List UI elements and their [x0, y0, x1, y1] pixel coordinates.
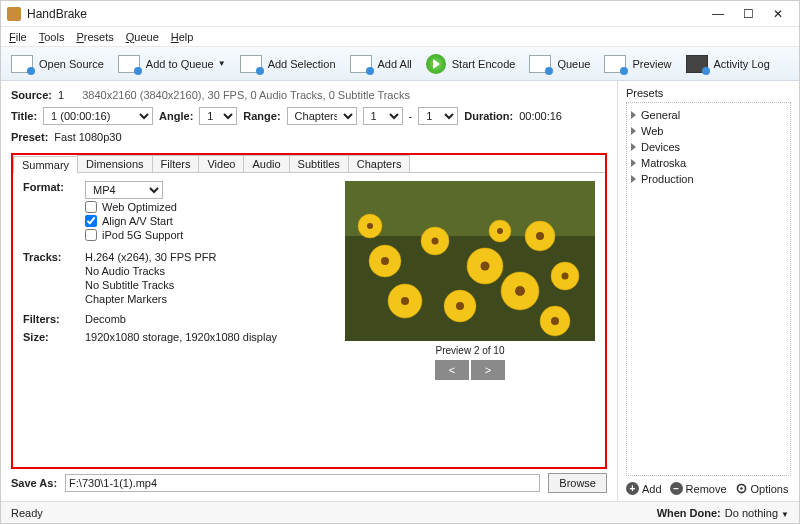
align-av-checkbox[interactable]: Align A/V Start: [85, 215, 327, 227]
range-select[interactable]: Chapters: [287, 107, 357, 125]
when-done-select[interactable]: Do nothing ▼: [725, 507, 789, 519]
add-all-button[interactable]: Add All: [346, 55, 416, 73]
title-label: Title:: [11, 110, 37, 122]
range-from-select[interactable]: 1: [363, 107, 403, 125]
queue-add-icon: [118, 55, 140, 73]
svg-point-13: [381, 257, 389, 265]
svg-point-22: [551, 317, 559, 325]
minus-icon: −: [670, 482, 683, 495]
preset-category-web[interactable]: Web: [631, 123, 786, 139]
menu-bar: File Tools Presets Queue Help: [1, 27, 799, 47]
preset-category-matroska[interactable]: Matroska: [631, 155, 786, 171]
tab-chapters[interactable]: Chapters: [348, 155, 411, 172]
preset-remove-button[interactable]: −Remove: [670, 482, 727, 495]
close-button[interactable]: ✕: [763, 7, 793, 21]
tab-video[interactable]: Video: [198, 155, 244, 172]
title-select[interactable]: 1 (00:00:16): [43, 107, 153, 125]
svg-point-15: [481, 262, 490, 271]
browse-button[interactable]: Browse: [548, 473, 607, 493]
add-all-icon: [350, 55, 372, 73]
preset-category-production[interactable]: Production: [631, 171, 786, 187]
duration-value: 00:00:16: [519, 110, 562, 122]
tab-subtitles[interactable]: Subtitles: [289, 155, 349, 172]
activity-log-button[interactable]: Activity Log: [682, 55, 774, 73]
format-label: Format:: [23, 181, 85, 241]
plus-icon: +: [626, 482, 639, 495]
preset-category-devices[interactable]: Devices: [631, 139, 786, 155]
track-line: Chapter Markers: [85, 293, 327, 305]
svg-point-18: [456, 302, 464, 310]
add-selection-button[interactable]: Add Selection: [236, 55, 340, 73]
menu-queue[interactable]: Queue: [126, 31, 159, 43]
tab-audio[interactable]: Audio: [243, 155, 289, 172]
menu-help[interactable]: Help: [171, 31, 194, 43]
svg-point-23: [497, 228, 503, 234]
svg-point-21: [367, 223, 373, 229]
svg-point-19: [515, 286, 525, 296]
preview-prev-button[interactable]: <: [435, 360, 469, 380]
track-line: No Subtitle Tracks: [85, 279, 327, 291]
tab-summary[interactable]: Summary: [13, 156, 78, 173]
preset-add-button[interactable]: +Add: [626, 482, 662, 495]
angle-label: Angle:: [159, 110, 193, 122]
play-icon: [426, 54, 446, 74]
web-optimized-checkbox[interactable]: Web Optimized: [85, 201, 327, 213]
gear-icon: [735, 482, 748, 495]
preview-caption: Preview 2 of 10: [436, 345, 505, 356]
range-to-select[interactable]: 1: [418, 107, 458, 125]
triangle-right-icon: [631, 143, 636, 151]
svg-point-14: [432, 238, 439, 245]
preset-label: Preset:: [11, 131, 48, 143]
preset-value: Fast 1080p30: [54, 131, 121, 143]
triangle-right-icon: [631, 175, 636, 183]
source-index: 1: [58, 89, 64, 101]
log-icon: [686, 55, 708, 73]
chevron-down-icon: ▼: [781, 510, 789, 519]
saveas-label: Save As:: [11, 477, 57, 489]
filters-label: Filters:: [23, 313, 85, 325]
status-text: Ready: [11, 507, 43, 519]
selection-icon: [240, 55, 262, 73]
tab-filters[interactable]: Filters: [152, 155, 200, 172]
chevron-down-icon: ▼: [218, 59, 226, 68]
source-info: 3840x2160 (3840x2160), 30 FPS, 0 Audio T…: [82, 89, 410, 101]
saveas-input[interactable]: [65, 474, 540, 492]
add-to-queue-button[interactable]: Add to Queue▼: [114, 55, 230, 73]
track-line: H.264 (x264), 30 FPS PFR: [85, 251, 327, 263]
open-source-button[interactable]: Open Source: [7, 55, 108, 73]
format-select[interactable]: MP4: [85, 181, 163, 199]
svg-point-25: [740, 487, 742, 489]
preview-button[interactable]: Preview: [600, 55, 675, 73]
menu-file[interactable]: File: [9, 31, 27, 43]
preview-icon: [604, 55, 626, 73]
svg-point-16: [536, 232, 544, 240]
size-value: 1920x1080 storage, 1920x1080 display: [85, 331, 327, 343]
presets-list: General Web Devices Matroska Production: [626, 102, 791, 476]
queue-button[interactable]: Queue: [525, 55, 594, 73]
source-label: Source:: [11, 89, 52, 101]
angle-select[interactable]: 1: [199, 107, 237, 125]
svg-point-17: [401, 297, 409, 305]
triangle-right-icon: [631, 127, 636, 135]
when-done-label: When Done:: [657, 507, 721, 519]
size-label: Size:: [23, 331, 85, 343]
range-label: Range:: [243, 110, 280, 122]
ipod-checkbox[interactable]: iPod 5G Support: [85, 229, 327, 241]
app-icon: [7, 7, 21, 21]
menu-presets[interactable]: Presets: [76, 31, 113, 43]
preview-next-button[interactable]: >: [471, 360, 505, 380]
start-encode-button[interactable]: Start Encode: [422, 54, 520, 74]
window-title: HandBrake: [27, 7, 703, 21]
tabstrip: Summary Dimensions Filters Video Audio S…: [13, 155, 605, 173]
preset-category-general[interactable]: General: [631, 107, 786, 123]
minimize-button[interactable]: —: [703, 7, 733, 21]
queue-icon: [529, 55, 551, 73]
track-line: No Audio Tracks: [85, 265, 327, 277]
preset-options-button[interactable]: Options: [735, 482, 789, 495]
tracks-label: Tracks:: [23, 251, 85, 305]
maximize-button[interactable]: ☐: [733, 7, 763, 21]
tab-dimensions[interactable]: Dimensions: [77, 155, 152, 172]
preview-image: [345, 181, 595, 341]
menu-tools[interactable]: Tools: [39, 31, 65, 43]
filters-value: Decomb: [85, 313, 327, 325]
